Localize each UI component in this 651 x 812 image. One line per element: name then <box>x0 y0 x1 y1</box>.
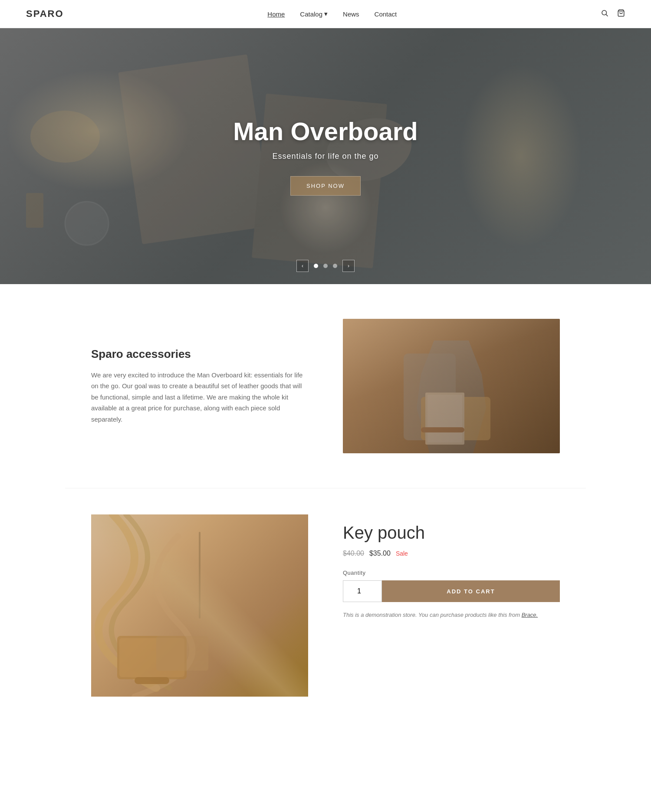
svg-rect-15 <box>119 638 184 677</box>
product-section: Key pouch $40.00 $35.00 Sale Quantity AD… <box>65 488 586 697</box>
svg-point-0 <box>602 10 607 15</box>
hero-title: Man Overboard <box>233 117 418 146</box>
site-logo[interactable]: SPARO <box>26 8 64 20</box>
accessories-text: Sparo accessories We are very excited to… <box>91 347 308 425</box>
svg-line-1 <box>606 14 608 16</box>
product-illustration <box>91 514 308 697</box>
demo-note: This is a demonstration store. You can p… <box>343 611 560 619</box>
brace-link[interactable]: Brace. <box>522 612 538 618</box>
nav-news[interactable]: News <box>343 10 359 18</box>
svg-rect-13 <box>421 427 464 432</box>
hero-subtitle: Essentials for life on the go <box>233 152 418 161</box>
quantity-row: ADD TO CART <box>343 580 560 602</box>
site-header: SPARO Home Catalog ▾ News Contact <box>0 0 651 28</box>
hero-dot-3[interactable] <box>333 264 337 268</box>
svg-rect-8 <box>26 193 43 228</box>
product-prices: $40.00 $35.00 Sale <box>343 550 560 557</box>
main-nav: Home Catalog ▾ News Contact <box>267 10 397 18</box>
svg-point-7 <box>65 202 108 245</box>
svg-rect-11 <box>425 393 464 445</box>
accessories-illustration <box>343 319 560 453</box>
hero-cta-button[interactable]: SHOP NOW <box>290 176 361 196</box>
search-icon[interactable] <box>601 9 608 19</box>
cart-icon[interactable] <box>617 9 625 19</box>
hero-dot-1[interactable] <box>314 264 318 268</box>
accessories-section: Sparo accessories We are very excited to… <box>65 319 586 453</box>
accessories-body: We are very excited to introduce the Man… <box>91 370 308 425</box>
original-price: $40.00 <box>343 550 364 557</box>
hero-section: Man Overboard Essentials for life on the… <box>0 28 651 284</box>
sale-badge: Sale <box>396 550 408 557</box>
svg-rect-12 <box>427 395 462 442</box>
product-title: Key pouch <box>343 523 560 543</box>
hero-content: Man Overboard Essentials for life on the… <box>233 117 418 196</box>
hero-controls: ‹ › <box>296 260 355 272</box>
accessories-image <box>343 319 560 453</box>
hero-dot-2[interactable] <box>323 264 328 268</box>
product-image <box>91 514 308 697</box>
nav-contact[interactable]: Contact <box>375 10 397 18</box>
person-silhouette <box>408 341 495 453</box>
svg-point-3 <box>30 111 100 163</box>
quantity-input[interactable] <box>343 580 382 602</box>
nav-home[interactable]: Home <box>267 10 285 18</box>
hero-next-button[interactable]: › <box>342 260 355 272</box>
hero-prev-button[interactable]: ‹ <box>296 260 309 272</box>
quantity-label: Quantity <box>343 570 560 576</box>
nav-catalog[interactable]: Catalog ▾ <box>300 10 328 18</box>
chevron-down-icon: ▾ <box>324 10 328 18</box>
svg-rect-10 <box>421 397 490 440</box>
sale-price: $35.00 <box>369 550 391 557</box>
svg-rect-16 <box>135 677 169 684</box>
add-to-cart-button[interactable]: ADD TO CART <box>382 580 560 602</box>
svg-rect-9 <box>404 354 456 440</box>
product-info: Key pouch $40.00 $35.00 Sale Quantity AD… <box>343 514 560 619</box>
accessories-heading: Sparo accessories <box>91 347 308 361</box>
header-icons <box>601 9 625 19</box>
